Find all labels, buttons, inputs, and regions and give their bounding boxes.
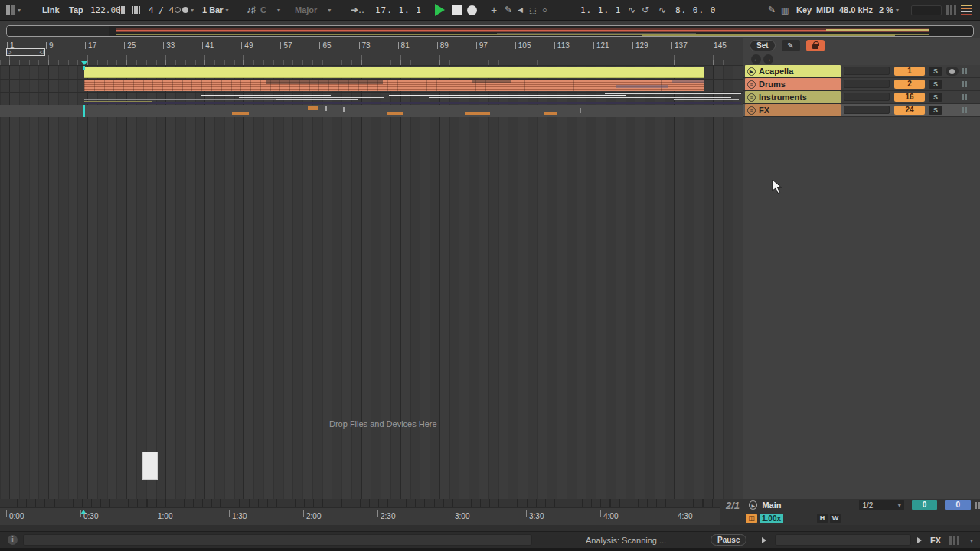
solo-button[interactable]: S (929, 93, 942, 102)
track-number-badge[interactable]: 24 (894, 106, 925, 115)
time-signature-field[interactable]: 4 / 4 (149, 5, 174, 15)
clip[interactable] (343, 107, 345, 112)
track-io-box[interactable] (844, 67, 890, 75)
clip[interactable] (674, 99, 739, 100)
pause-button[interactable]: Pause (710, 534, 746, 546)
panel-toggle-icon[interactable]: ▾ (6, 0, 21, 20)
chevron-down-icon[interactable]: ▾ (970, 537, 973, 544)
piano-icon[interactable]: ▥ (781, 0, 789, 20)
track-io-box[interactable] (844, 106, 890, 114)
clip[interactable] (232, 112, 249, 115)
lock-envelopes-button[interactable] (806, 40, 825, 51)
clip[interactable] (201, 95, 331, 96)
track-header-drums[interactable]: ≡Drums2S (743, 78, 980, 91)
preview-play-icon[interactable] (762, 537, 766, 543)
arrangement-position-field[interactable]: 17. 1. 1 (375, 5, 422, 15)
arrangement-tracks[interactable] (0, 65, 743, 117)
solo-button[interactable]: S (929, 106, 942, 115)
link-button[interactable]: Link (42, 5, 60, 15)
clip[interactable] (605, 93, 741, 94)
selected-empty-clip[interactable] (142, 452, 158, 480)
track-nameplate[interactable]: ▶Acapella (745, 65, 841, 77)
stop-button[interactable] (452, 0, 462, 20)
clip[interactable] (501, 96, 731, 96)
play-button[interactable] (435, 0, 445, 20)
pencil-icon[interactable]: ✎ (768, 0, 776, 20)
loop-switch-icon[interactable]: ↺ (642, 0, 649, 20)
track-number-badge[interactable]: 2 (894, 80, 925, 89)
track-number-badge[interactable]: 16 (894, 93, 925, 102)
track-header-acapella[interactable]: ▶Acapella1S (743, 65, 980, 78)
main-play-icon[interactable]: ▶ (749, 500, 757, 510)
track-number-badge[interactable]: 1 (894, 67, 925, 76)
clip-drums[interactable] (84, 80, 704, 91)
track-io-box[interactable] (844, 93, 890, 101)
nudge-up-icon[interactable] (132, 0, 140, 20)
zoom-height-button[interactable]: H (817, 514, 828, 523)
clip[interactable] (276, 99, 358, 100)
key-scale-select[interactable]: Major (295, 5, 317, 15)
track-io-box[interactable] (844, 80, 890, 88)
key-root-select[interactable]: C (260, 5, 266, 15)
clip[interactable] (84, 102, 741, 104)
cue-play-icon[interactable] (917, 537, 922, 543)
loop-brace[interactable]: ▷◁ (6, 48, 45, 56)
clip[interactable] (429, 97, 731, 98)
set-button[interactable]: Set (750, 40, 776, 51)
nav-left-button[interactable]: ← (751, 54, 761, 64)
optimize-view-button[interactable]: ◫ (746, 514, 757, 523)
fade-icon[interactable]: ∿ (628, 0, 635, 20)
zoom-level-field[interactable]: 1.00x (760, 514, 783, 523)
draw-mode-icon[interactable]: ✎ (505, 0, 512, 20)
nav-right-button[interactable]: → (763, 54, 773, 64)
arrangement-empty-area[interactable]: Drop Files and Devices Here (0, 117, 743, 499)
teal-value-box[interactable]: 0 (912, 500, 938, 510)
tap-button[interactable]: Tap (69, 5, 83, 15)
playhead-marker[interactable] (81, 61, 87, 65)
clip[interactable] (580, 108, 581, 113)
group-circle-icon[interactable]: ≡ (747, 106, 756, 115)
record-button[interactable] (467, 0, 477, 20)
blue-value-box[interactable]: 0 (945, 500, 971, 510)
clip[interactable] (266, 80, 383, 84)
clip[interactable] (308, 106, 318, 110)
bar-ruler[interactable]: ▷◁ 1917253341495765738189971051131211291… (0, 38, 743, 65)
midi-map-button[interactable]: MIDI (816, 5, 834, 15)
group-circle-icon[interactable]: ≡ (747, 93, 756, 102)
clip[interactable] (616, 85, 668, 88)
play-circle-icon[interactable]: ▶ (747, 67, 756, 76)
track-header-fx[interactable]: ≡FX24S (743, 104, 980, 117)
fx-track-lane[interactable] (0, 105, 743, 118)
follow-icon[interactable]: ➜‥ (351, 0, 364, 20)
solo-button[interactable]: S (929, 67, 942, 76)
info-icon[interactable]: i (8, 535, 18, 545)
punch-icon[interactable]: ∿ (658, 0, 666, 20)
loop-marker-icon[interactable]: ○ (542, 0, 547, 20)
zoom-width-button[interactable]: W (830, 514, 841, 523)
solo-button[interactable]: S (929, 80, 942, 89)
clip[interactable] (465, 112, 490, 115)
loop-start-field[interactable]: 1. 1. 1 (580, 5, 621, 15)
clip[interactable] (672, 80, 704, 83)
fx-toggle[interactable]: FX (930, 536, 941, 545)
time-ruler[interactable]: 0:000:301:001:302:002:303:003:304:004:30 (0, 508, 720, 525)
track-nameplate[interactable]: ≡Drums (745, 78, 841, 90)
clip[interactable] (325, 106, 327, 111)
arm-button[interactable] (946, 67, 959, 76)
clip[interactable] (239, 97, 384, 98)
track-nameplate[interactable]: ≡Instruments (745, 91, 841, 103)
clip[interactable] (472, 80, 511, 83)
insert-marker-icon[interactable]: + (491, 0, 497, 20)
cpu-load-select[interactable]: 2 % (879, 5, 893, 15)
quantize-select[interactable]: 1 Bar (202, 5, 224, 15)
selection-box-icon[interactable]: ⬚ (529, 0, 536, 20)
grid-select[interactable]: 1/2▾ (859, 500, 903, 510)
track-nameplate[interactable]: ≡FX (745, 104, 841, 116)
notification-menu-icon[interactable] (961, 0, 972, 20)
group-circle-icon[interactable]: ≡ (747, 80, 756, 89)
clip[interactable] (544, 112, 557, 115)
main-scene-label[interactable]: Main (762, 500, 781, 510)
scale-icon[interactable]: ♪♯ (247, 0, 256, 20)
key-map-button[interactable]: Key (796, 5, 812, 15)
playhead-line[interactable] (83, 66, 85, 70)
